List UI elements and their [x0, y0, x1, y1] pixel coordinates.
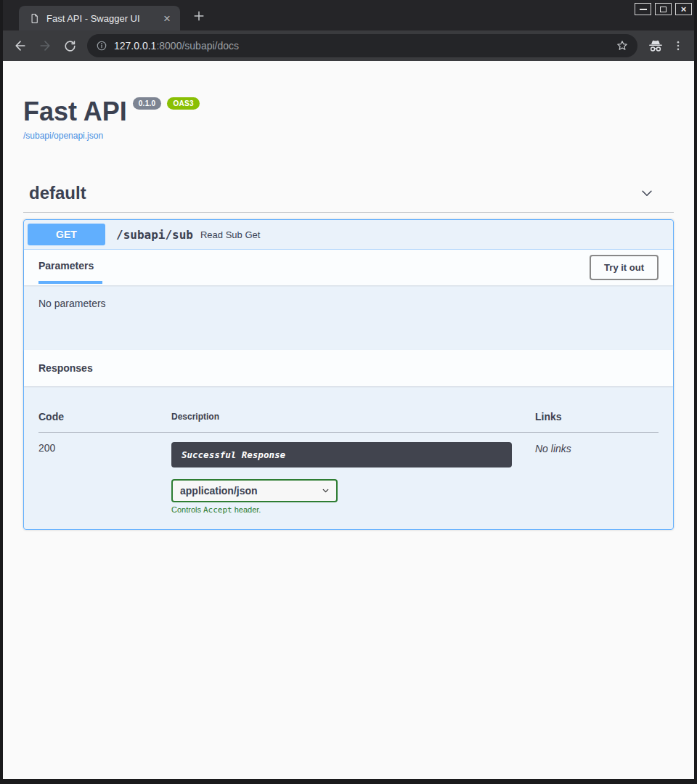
api-info: Fast API0.1.0OAS3 /subapi/openapi.json — [23, 97, 674, 142]
try-it-out-button[interactable]: Try it out — [590, 255, 659, 280]
minimize-button[interactable] — [635, 3, 651, 15]
tab-parameters: Parameters — [38, 250, 102, 284]
url-text[interactable]: 127.0.0.1:8000/subapi/docs — [114, 40, 239, 52]
responses-body: Code Description Links 200 Successful Re… — [24, 386, 673, 529]
accept-note-suffix: header. — [235, 505, 261, 514]
tag-header[interactable]: default — [23, 183, 674, 213]
operation-summary: Read Sub Get — [200, 229, 260, 240]
toolbar-right — [644, 37, 688, 54]
column-header-description: Description — [171, 401, 535, 433]
back-button[interactable] — [9, 35, 31, 57]
reload-button[interactable] — [59, 35, 81, 57]
response-description-cell: Successful Response application/json — [171, 433, 535, 515]
column-header-code: Code — [38, 401, 171, 433]
opblock-summary[interactable]: GET /subapi/sub Read Sub Get — [24, 220, 673, 250]
responses-table: Code Description Links 200 Successful Re… — [38, 401, 659, 515]
swagger-page: Fast API0.1.0OAS3 /subapi/openapi.json d… — [3, 61, 694, 779]
api-title: Fast API0.1.0OAS3 — [23, 97, 674, 127]
accept-code: Accept — [203, 505, 232, 515]
no-parameters-text: No parameters — [38, 298, 106, 309]
accept-header-note: ControlsAcceptheader. — [171, 505, 535, 515]
chevron-down-icon[interactable] — [639, 185, 655, 201]
incognito-icon — [647, 37, 664, 54]
browser-toolbar: 127.0.0.1:8000/subapi/docs — [3, 30, 694, 61]
bookmark-star-icon[interactable] — [616, 39, 629, 52]
responses-header: Responses — [24, 350, 673, 386]
close-button[interactable]: × — [675, 3, 692, 15]
version-badge: 0.1.0 — [133, 97, 162, 110]
media-type-select[interactable]: application/json — [171, 479, 338, 502]
browser-menu-icon[interactable] — [672, 39, 685, 52]
tab-strip: Fast API - Swagger UI × × — [3, 0, 694, 30]
no-links-text: No links — [535, 443, 571, 454]
table-row-response-200: 200 Successful Response application/json — [38, 433, 659, 515]
parameters-header: Parameters Try it out — [24, 250, 673, 285]
maximize-icon — [660, 7, 667, 12]
browser-tab[interactable]: Fast API - Swagger UI × — [19, 6, 180, 30]
tag-name: default — [29, 183, 86, 203]
maximize-button[interactable] — [655, 3, 672, 15]
openapi-spec-link[interactable]: /subapi/openapi.json — [23, 131, 103, 141]
tab-close-icon[interactable]: × — [161, 12, 173, 25]
response-description: Successful Response — [171, 442, 512, 467]
address-bar[interactable]: 127.0.0.1:8000/subapi/docs — [87, 34, 637, 57]
url-path: :8000/subapi/docs — [156, 40, 239, 52]
oas3-badge: OAS3 — [167, 97, 199, 110]
browser-window: Fast API - Swagger UI × × — [0, 0, 697, 784]
window-controls: × — [635, 3, 692, 15]
response-links-cell: No links — [535, 433, 659, 515]
site-info-icon[interactable] — [96, 40, 107, 52]
operation-path: /subapi/sub — [116, 228, 193, 242]
new-tab-button[interactable] — [192, 9, 206, 23]
opblock-get-subapi-sub: GET /subapi/sub Read Sub Get Parameters … — [23, 219, 674, 530]
accept-note-prefix: Controls — [171, 505, 201, 514]
api-title-text: Fast API — [23, 97, 127, 126]
tab-title: Fast API - Swagger UI — [46, 13, 155, 24]
response-code: 200 — [38, 433, 171, 515]
parameters-body: No parameters — [24, 285, 673, 350]
media-type-control: application/json — [171, 479, 338, 502]
forward-button[interactable] — [34, 35, 56, 57]
column-header-links: Links — [535, 401, 659, 433]
minimize-icon — [640, 9, 647, 10]
responses-title: Responses — [38, 362, 93, 374]
page-favicon-icon — [29, 13, 40, 24]
tag-section-default: default GET /subapi/sub Read Sub Get — [23, 183, 674, 530]
url-host: 127.0.0.1 — [114, 40, 156, 52]
method-badge-get: GET — [28, 224, 105, 245]
